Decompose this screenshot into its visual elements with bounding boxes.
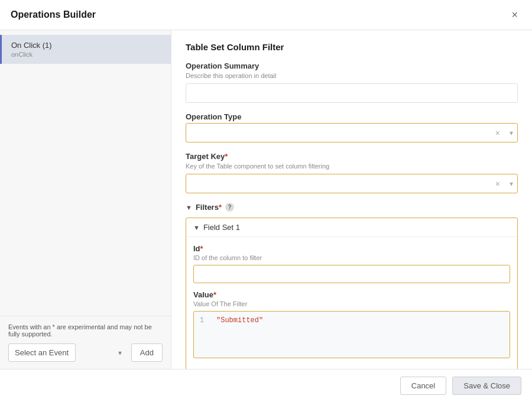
modal-title: Operations Builder <box>11 9 96 20</box>
target-key-required: * <box>225 152 228 161</box>
event-item-label: On Click (1) <box>11 41 161 50</box>
left-panel-footer: Events with an * are experimental and ma… <box>0 316 171 369</box>
modal-footer: Cancel Save & Close <box>0 369 532 402</box>
value-code-editor[interactable]: 1 "Submitted" <box>193 311 510 358</box>
event-item[interactable]: On Click (1) onClick <box>0 35 171 64</box>
right-panel: Table Set Column Filter Operation Summar… <box>171 30 532 369</box>
cancel-button[interactable]: Cancel <box>400 377 446 395</box>
fieldset-body: Id* ID of the column to filter status Va… <box>186 237 517 369</box>
add-event-button[interactable]: Add <box>131 343 163 362</box>
target-key-hint: Key of the Table component to set column… <box>186 163 518 170</box>
right-panel-title: Table Set Column Filter <box>186 42 518 52</box>
fieldset-chevron-icon: ▼ <box>193 224 200 231</box>
fieldset-header[interactable]: ▼ Field Set 1 <box>186 218 517 237</box>
experimental-note: Events with an * are experimental and ma… <box>8 323 163 338</box>
id-field-group: Id* ID of the column to filter status <box>193 244 510 283</box>
value-required: * <box>213 290 216 299</box>
select-event-row: Select an Event Add <box>8 343 163 362</box>
operation-summary-label: Operation Summary <box>186 61 518 70</box>
value-field-hint: Value Of The Filter <box>193 300 510 307</box>
operation-type-chevron[interactable]: ▾ <box>510 129 513 137</box>
event-item-sub: onClick <box>11 51 161 58</box>
id-required: * <box>200 244 203 253</box>
target-key-clear-button[interactable]: × <box>495 179 500 189</box>
operation-type-wrapper: Table Set Column Filter × ▾ <box>186 123 518 142</box>
id-field-label: Id* <box>193 244 510 253</box>
operation-type-label: Operation Type <box>186 112 518 121</box>
code-line-number: 1 <box>200 316 209 353</box>
filters-header[interactable]: ▼ Filters* ? <box>186 203 518 212</box>
target-key-input[interactable]: tableInsurance <box>186 174 518 193</box>
id-field-hint: ID of the column to filter <box>193 254 510 261</box>
target-key-chevron[interactable]: ▾ <box>510 180 513 188</box>
event-list: On Click (1) onClick <box>0 30 171 316</box>
filters-section: ▼ Filters* ? ▼ Field Set 1 <box>186 203 518 369</box>
select-event-dropdown[interactable]: Select an Event <box>8 343 76 362</box>
id-field-input[interactable]: status <box>193 265 510 283</box>
operation-type-group: Operation Type Table Set Column Filter ×… <box>186 112 518 142</box>
target-key-group: Target Key* Key of the Table component t… <box>186 152 518 193</box>
code-value: "Submitted" <box>216 316 263 353</box>
filters-label: Filters* <box>196 203 222 212</box>
target-key-label: Target Key* <box>186 152 518 161</box>
fieldset-block: ▼ Field Set 1 Id* ID of the column to fi… <box>186 218 518 369</box>
operations-builder-modal: Operations Builder × On Click (1) onClic… <box>0 0 532 402</box>
select-event-wrapper: Select an Event <box>8 343 126 362</box>
operation-summary-group: Operation Summary Describe this operatio… <box>186 61 518 103</box>
operation-summary-hint: Describe this operation in detail <box>186 72 518 79</box>
save-close-button[interactable]: Save & Close <box>452 377 521 395</box>
value-field-label: Value* <box>193 290 510 299</box>
filters-required: * <box>219 203 222 212</box>
fieldset-label: Field Set 1 <box>203 223 240 232</box>
filters-chevron-icon: ▼ <box>186 204 192 211</box>
operation-type-input[interactable]: Table Set Column Filter <box>186 123 518 142</box>
target-key-wrapper: tableInsurance × ▾ <box>186 174 518 193</box>
modal-header: Operations Builder × <box>0 0 532 30</box>
value-field-group: Value* Value Of The Filter 1 "Submitted" <box>193 290 510 358</box>
operation-type-clear-button[interactable]: × <box>495 128 500 138</box>
modal-body: On Click (1) onClick Events with an * ar… <box>0 30 532 369</box>
left-panel: On Click (1) onClick Events with an * ar… <box>0 30 171 369</box>
filters-help-icon[interactable]: ? <box>225 203 234 212</box>
close-button[interactable]: × <box>508 8 521 21</box>
operation-summary-input[interactable] <box>186 83 518 103</box>
